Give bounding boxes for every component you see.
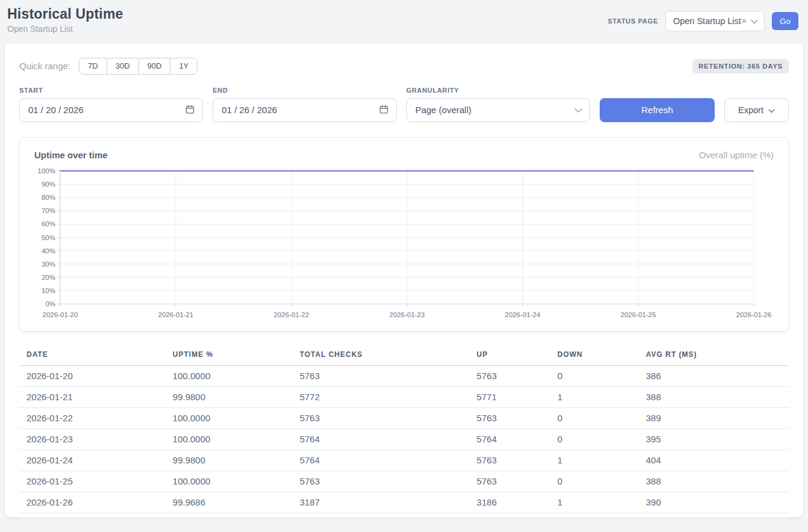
chart-legend: Overall uptime (%) — [699, 150, 774, 160]
x-axis-tick-label: 2026-01-22 — [274, 311, 309, 318]
table-cell: 100.0000 — [166, 407, 293, 428]
quick-range-button-30d[interactable]: 30D — [107, 58, 138, 74]
granularity-label: GRANULARITY — [406, 87, 590, 94]
table-row: 2026-01-23100.0000576457640395 — [19, 428, 789, 450]
x-axis-tick-label: 2026-01-21 — [158, 311, 194, 318]
table-cell: 2026-01-26 — [19, 492, 166, 513]
calendar-icon[interactable] — [185, 104, 195, 116]
column-header: TOTAL CHECKS — [293, 344, 470, 366]
x-axis-tick-label: 2026-01-20 — [43, 311, 78, 318]
table-cell: 2026-01-24 — [19, 450, 166, 471]
table-row: 2026-01-20100.0000576357630386 — [19, 365, 789, 386]
start-date-value: 01 / 20 / 2026 — [28, 105, 84, 115]
x-axis-tick-label: 2026-01-24 — [505, 311, 541, 318]
table-cell: 390 — [639, 492, 789, 513]
status-page-controls: STATUS PAGE Open Startup List × Go — [608, 11, 798, 31]
export-button-label: Export — [738, 105, 763, 115]
table-cell: 100.0000 — [166, 428, 293, 450]
table-row: 2026-01-2699.9686318731861390 — [19, 492, 789, 513]
column-header: DATE — [19, 344, 166, 366]
start-date-label: START — [19, 87, 203, 94]
y-axis-tick-label: 100% — [38, 167, 55, 175]
page-title: Historical Uptime — [7, 6, 123, 22]
quick-range-group: 7D30D90D1Y — [79, 58, 197, 75]
table-cell: 395 — [639, 428, 789, 450]
table-header-row: DATEUPTIME %TOTAL CHECKSUPDOWNAVG RT (MS… — [19, 344, 789, 366]
end-date-field-wrap: END 01 / 26 / 2026 — [213, 87, 396, 122]
column-header: UPTIME % — [166, 344, 293, 366]
uptime-table: DATEUPTIME %TOTAL CHECKSUPDOWNAVG RT (MS… — [19, 344, 789, 513]
y-axis-tick-label: 0% — [45, 300, 55, 308]
table-cell: 389 — [639, 407, 789, 428]
table-head: DATEUPTIME %TOTAL CHECKSUPDOWNAVG RT (MS… — [19, 344, 789, 366]
quick-range-button-1y[interactable]: 1Y — [170, 58, 197, 74]
table-row: 2026-01-2499.9800576457631404 — [19, 450, 789, 471]
status-page-select[interactable]: Open Startup List × — [665, 11, 765, 31]
table-cell: 3186 — [470, 492, 550, 513]
start-date-input[interactable]: 01 / 20 / 2026 — [19, 98, 203, 122]
table-cell: 2026-01-21 — [19, 386, 166, 407]
table-cell: 2026-01-20 — [19, 365, 166, 386]
end-date-input[interactable]: 01 / 26 / 2026 — [213, 98, 396, 122]
export-button[interactable]: Export — [724, 98, 789, 122]
calendar-icon[interactable] — [379, 104, 389, 116]
main-card: Quick range: 7D30D90D1Y RETENTION: 365 D… — [5, 43, 803, 518]
y-axis-tick-label: 50% — [42, 234, 55, 241]
quick-range-wrap: Quick range: 7D30D90D1Y — [19, 58, 197, 75]
table-cell: 5764 — [470, 428, 550, 450]
table-cell: 2026-01-23 — [19, 428, 166, 450]
quick-range-row: Quick range: 7D30D90D1Y RETENTION: 365 D… — [19, 58, 789, 75]
table-cell: 3187 — [293, 492, 470, 513]
table-cell: 5763 — [470, 407, 550, 428]
start-date-field-wrap: START 01 / 20 / 2026 — [19, 87, 203, 122]
uptime-chart: 0%10%20%30%40%50%60%70%80%90%100%2026-01… — [34, 166, 772, 321]
table-cell: 5764 — [293, 428, 470, 450]
y-axis-tick-label: 70% — [42, 207, 55, 214]
table-cell: 404 — [639, 450, 789, 471]
end-date-value: 01 / 26 / 2026 — [222, 105, 277, 115]
table-cell: 0 — [550, 471, 639, 492]
chevron-down-icon — [574, 105, 582, 115]
table-cell: 99.9800 — [166, 450, 293, 471]
table-cell: 5772 — [293, 386, 470, 407]
table-cell: 5763 — [470, 450, 550, 471]
y-axis-tick-label: 90% — [42, 181, 55, 188]
page-subtitle: Open Startup List — [7, 24, 123, 34]
quick-range-button-90d[interactable]: 90D — [138, 58, 170, 74]
quick-range-button-7d[interactable]: 7D — [79, 58, 107, 74]
table-cell: 5764 — [293, 450, 470, 471]
column-header: UP — [470, 344, 550, 366]
granularity-select[interactable]: Page (overall) — [406, 98, 590, 122]
filter-row: START 01 / 20 / 2026 END 01 / 26 / 2026 … — [19, 87, 789, 122]
table-cell: 1 — [550, 492, 639, 513]
x-axis-tick-label: 2026-01-23 — [390, 311, 425, 318]
table-cell: 0 — [550, 365, 639, 386]
go-button[interactable]: Go — [772, 12, 798, 30]
table-cell: 100.0000 — [166, 471, 293, 492]
table-cell: 99.9800 — [166, 386, 293, 407]
table-cell: 2026-01-22 — [19, 407, 166, 428]
table-cell: 1 — [550, 450, 639, 471]
column-header: AVG RT (MS) — [639, 344, 789, 366]
table-cell: 5763 — [293, 471, 470, 492]
y-axis-tick-label: 40% — [42, 247, 55, 254]
x-axis-tick-label: 2026-01-25 — [621, 311, 656, 318]
granularity-value: Page (overall) — [415, 105, 471, 115]
chart-card: Uptime over time Overall uptime (%) 0%10… — [19, 138, 789, 331]
column-header: DOWN — [550, 344, 639, 366]
status-page-select-value: Open Startup List — [673, 16, 741, 26]
chart-title: Uptime over time — [34, 150, 108, 160]
table-cell: 1 — [550, 386, 639, 407]
refresh-button[interactable]: Refresh — [600, 98, 715, 122]
clear-selection-icon[interactable]: × — [742, 16, 747, 26]
table-row: 2026-01-25100.0000576357630388 — [19, 471, 789, 492]
table-row: 2026-01-2199.9800577257711388 — [19, 386, 789, 407]
table-cell: 99.9686 — [166, 492, 293, 513]
table-cell: 5763 — [293, 407, 470, 428]
chart-header: Uptime over time Overall uptime (%) — [34, 150, 774, 160]
end-date-label: END — [213, 87, 396, 94]
page-header: Historical Uptime Open Startup List STAT… — [0, 0, 808, 39]
y-axis-tick-label: 60% — [42, 220, 55, 227]
table-cell: 5771 — [470, 386, 550, 407]
table-cell: 100.0000 — [166, 365, 293, 386]
